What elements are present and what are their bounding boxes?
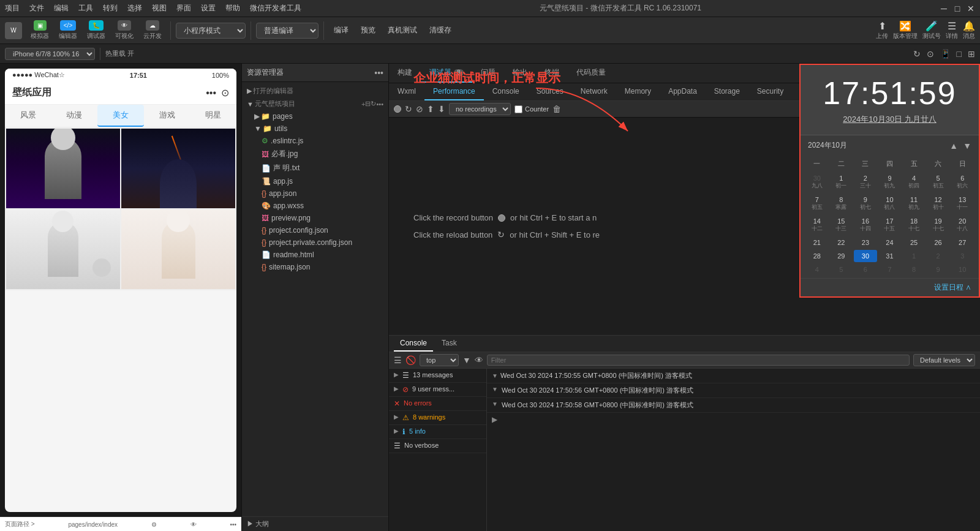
- calendar-day-9-next[interactable]: 9: [927, 263, 950, 276]
- phone-tab-2[interactable]: 美女: [97, 105, 144, 127]
- calendar-day-13[interactable]: 13十一: [951, 194, 974, 214]
- mode-select[interactable]: 小程序模式: [176, 23, 246, 39]
- console-user-messages[interactable]: ▶ ⊘ 9 user mess...: [389, 383, 486, 397]
- test-no-tool[interactable]: 🧪 测试号: [922, 20, 941, 40]
- calendar-day-10[interactable]: 10初八: [878, 194, 902, 214]
- calendar-day-1[interactable]: 1初一: [830, 172, 853, 192]
- calendar-day-17[interactable]: 17十五: [878, 215, 902, 235]
- console-tab-console[interactable]: Console: [394, 336, 433, 352]
- phone-tab-0[interactable]: 风景: [5, 105, 51, 127]
- menu-item-help[interactable]: 帮助: [225, 3, 240, 13]
- calendar-day-7-next[interactable]: 7: [878, 263, 902, 276]
- phone-eye-icon[interactable]: 👁: [190, 521, 197, 528]
- calendar-day-28[interactable]: 28: [805, 250, 829, 262]
- clear-icon[interactable]: ⊘: [416, 104, 423, 114]
- log-entry-3[interactable]: ▶: [487, 413, 980, 426]
- calendar-day-10-next[interactable]: 10: [951, 263, 974, 276]
- refresh-icon[interactable]: ↻: [405, 104, 412, 114]
- phone-camera-icon[interactable]: ⊙: [221, 87, 229, 99]
- phone-icon[interactable]: 📱: [940, 49, 951, 59]
- menu-item-project[interactable]: 项目: [5, 3, 20, 13]
- tab-performance[interactable]: Performance: [424, 83, 484, 100]
- calendar-day-21[interactable]: 21: [805, 236, 829, 249]
- file-sitemap[interactable]: {} sitemap.json: [242, 261, 388, 273]
- preview-button[interactable]: 预览: [356, 23, 380, 38]
- console-all-messages[interactable]: ▶ ☰ 13 messages: [389, 369, 486, 383]
- version-mgmt-tool[interactable]: 🔀 版本管理: [893, 20, 918, 40]
- menu-item-wechat[interactable]: 微信开发者工具: [250, 3, 301, 13]
- schedule-button[interactable]: 设置日程 ∧: [934, 282, 971, 293]
- file-previewpng[interactable]: 🖼 preview.png: [242, 212, 388, 224]
- calendar-day-5-next[interactable]: 5: [830, 263, 853, 276]
- refresh-icon[interactable]: ↻: [913, 49, 921, 59]
- calendar-day-27[interactable]: 27: [951, 236, 974, 249]
- eye-icon[interactable]: 👁: [475, 355, 483, 365]
- real-machine-button[interactable]: 真机测试: [383, 23, 422, 38]
- phone-tab-1[interactable]: 动漫: [51, 105, 98, 127]
- screenshot-icon[interactable]: □: [957, 49, 962, 59]
- log-entry-1[interactable]: ▼ Wed Oct 30 2024 17:50:56 GMT+0800 (中国标…: [487, 383, 980, 398]
- calendar-day-4[interactable]: 4初四: [902, 172, 925, 192]
- file-projectconfig[interactable]: {} project.config.json: [242, 224, 388, 236]
- calendar-day-23[interactable]: 23: [854, 236, 877, 249]
- phone-image-1[interactable]: [121, 129, 235, 208]
- console-sidebar-icon[interactable]: ☰: [394, 355, 402, 365]
- calendar-day-18[interactable]: 18十七: [902, 215, 925, 235]
- file-bikan[interactable]: 🖼 必看.jpg: [242, 147, 388, 161]
- calendar-day-5[interactable]: 5初五: [927, 172, 950, 192]
- outline-section[interactable]: ▶ 大纲: [242, 516, 388, 531]
- menu-item-goto[interactable]: 转到: [103, 3, 118, 13]
- calendar-day-24[interactable]: 24: [878, 236, 902, 249]
- log-expand-0[interactable]: ▼: [492, 372, 498, 379]
- device-select[interactable]: iPhone 6/7/8 100% 16: [5, 48, 95, 60]
- tab-build[interactable]: 构建: [389, 64, 421, 83]
- phone-image-3[interactable]: [121, 209, 235, 289]
- export-icon[interactable]: ⬇: [438, 104, 445, 114]
- calendar-day-6-next[interactable]: 6: [854, 263, 877, 276]
- menu-item-settings[interactable]: 设置: [201, 3, 216, 13]
- log-expand-2[interactable]: ▼: [492, 401, 498, 407]
- tab-sources[interactable]: Sources: [528, 83, 572, 100]
- editor-button[interactable]: </> 编辑器: [55, 19, 81, 42]
- calendar-day-3-next[interactable]: 3: [951, 250, 974, 262]
- recordings-select[interactable]: no recordings: [449, 103, 511, 115]
- calendar-day-9[interactable]: 9初七: [854, 194, 877, 214]
- calendar-day-31[interactable]: 31: [878, 250, 902, 262]
- console-info[interactable]: ▶ ℹ 5 info: [389, 425, 486, 439]
- log-entry-0[interactable]: ▼ Wed Oct 30 2024 17:50:55 GMT+0800 (中国标…: [487, 369, 980, 383]
- visualize-button[interactable]: 👁 可视化: [111, 19, 137, 42]
- calendar-day-7[interactable]: 7初五: [805, 194, 829, 214]
- phone-image-2[interactable]: [6, 209, 120, 289]
- console-tab-task[interactable]: Task: [435, 336, 463, 352]
- menu-item-view[interactable]: 视图: [152, 3, 167, 13]
- calendar-next-icon[interactable]: ▼: [963, 141, 971, 151]
- calendar-day-15[interactable]: 15十三: [830, 215, 853, 235]
- minimize-button[interactable]: ─: [940, 4, 948, 13]
- tab-network[interactable]: Network: [572, 83, 616, 100]
- calendar-day-29[interactable]: 29: [830, 250, 853, 262]
- phone-more-icon[interactable]: •••: [206, 88, 216, 99]
- stop-icon[interactable]: ⊙: [927, 49, 934, 59]
- counter-checkbox[interactable]: [514, 105, 522, 113]
- tab-security[interactable]: Security: [748, 83, 792, 100]
- refresh-btn[interactable]: ↻: [371, 100, 376, 108]
- pages-folder[interactable]: ▶ 📁 pages: [242, 110, 388, 122]
- console-no-errors[interactable]: ✕ No errors: [389, 397, 486, 411]
- new-file-icon[interactable]: •••: [374, 68, 383, 78]
- file-readme[interactable]: 📄 readme.html: [242, 249, 388, 261]
- file-shengming[interactable]: 📄 声 明.txt: [242, 161, 388, 175]
- file-eslintrc[interactable]: ⚙ .eslintrc.js: [242, 135, 388, 147]
- calendar-day-11[interactable]: 11初九: [902, 194, 925, 214]
- calendar-day-26[interactable]: 26: [927, 236, 950, 249]
- calendar-day-3-first[interactable]: 9初九: [878, 172, 902, 192]
- calendar-day-1-next[interactable]: 1: [902, 250, 925, 262]
- tab-debugger[interactable]: 调试器8: [421, 64, 472, 83]
- calendar-footer[interactable]: 设置日程 ∧: [801, 278, 979, 296]
- log-expand-1[interactable]: ▼: [492, 386, 498, 393]
- calendar-day-25[interactable]: 25: [902, 236, 925, 249]
- hotload-label[interactable]: 热重载 开: [105, 49, 134, 58]
- record-button[interactable]: [394, 105, 401, 113]
- calendar-prev-icon[interactable]: ▲: [949, 141, 958, 151]
- debugger-button[interactable]: 🐛 调试器: [83, 19, 109, 42]
- console-verbose[interactable]: ☰ No verbose: [389, 439, 486, 453]
